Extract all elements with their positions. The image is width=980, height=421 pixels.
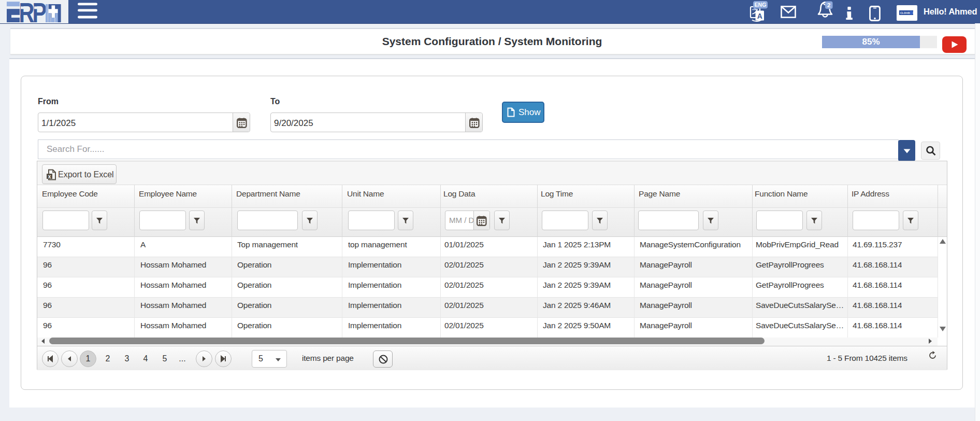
svg-text:2: 2 xyxy=(827,2,830,8)
svg-text:x: x xyxy=(48,174,51,179)
svg-text:A: A xyxy=(757,12,762,20)
svg-text:ENG: ENG xyxy=(755,2,767,8)
svg-text:P: P xyxy=(33,0,47,23)
